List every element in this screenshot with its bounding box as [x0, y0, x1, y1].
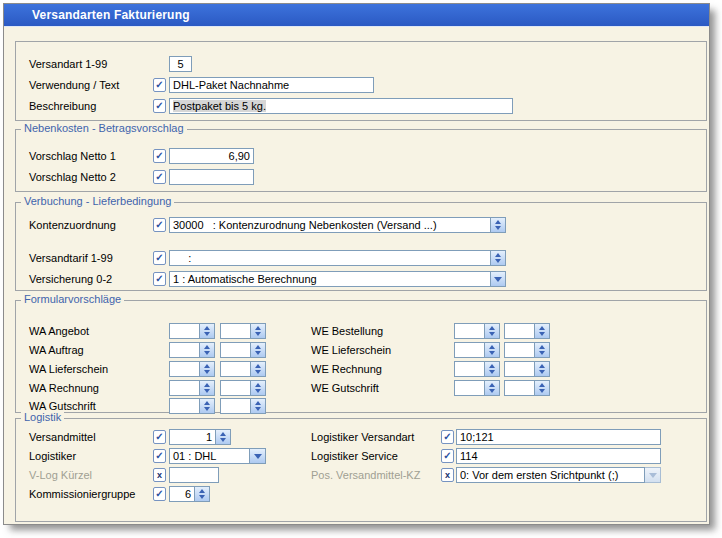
versandmittel-input[interactable]: 1 — [169, 429, 216, 445]
versicherung-checkbox[interactable]: ✓ — [153, 272, 166, 286]
wa-rechnung-spinner-1[interactable] — [200, 380, 215, 396]
wa-angebot-field-2[interactable] — [220, 323, 251, 339]
pos-versandmittel-kz-value: 0: Vor dem ersten Srichtpunkt (;) — [460, 469, 618, 481]
logistiker-versandart-value: 10;121 — [460, 431, 494, 443]
wa-auftrag-spinner-1[interactable] — [200, 342, 215, 358]
verwendung-value: DHL-Paket Nachnahme — [173, 79, 289, 91]
group-verbuchung-legend: Verbuchung - Lieferbedingung — [21, 195, 174, 207]
vlog-kuerzel-checkbox[interactable]: x — [153, 468, 166, 482]
wa-auftrag-label: WA Auftrag — [29, 344, 84, 357]
kommissioniergruppe-label: Kommissioniergruppe — [29, 488, 135, 501]
versandtarif-checkbox[interactable]: ✓ — [153, 251, 166, 265]
wa-auftrag-field-2[interactable] — [220, 342, 251, 358]
wa-gutschrift-spinner-1[interactable] — [200, 398, 215, 414]
wa-lieferschein-field-2[interactable] — [220, 361, 251, 377]
group-formularvorschlaege-legend: Formularvorschläge — [21, 293, 124, 305]
wa-gutschrift-spinner-2[interactable] — [251, 398, 266, 414]
netto1-input[interactable]: 6,90 — [169, 148, 254, 164]
verwendung-checkbox[interactable]: ✓ — [153, 78, 166, 92]
logistiker-service-checkbox[interactable]: ✓ — [441, 449, 454, 463]
we-bestellung-field-1[interactable] — [454, 323, 485, 339]
versandtarif-value: : — [173, 252, 191, 264]
versandmittel-checkbox[interactable]: ✓ — [153, 430, 166, 444]
we-lieferschein-spinner-2[interactable] — [535, 342, 550, 358]
vlog-kuerzel-label: V-Log Kürzel — [29, 469, 92, 482]
we-gutschrift-spinner-2[interactable] — [535, 380, 550, 396]
logistiker-versandart-checkbox[interactable]: ✓ — [441, 430, 454, 444]
wa-lieferschein-spinner-1[interactable] — [200, 361, 215, 377]
dialog-window: Versandarten Fakturierung Nebenkosten - … — [3, 3, 710, 525]
wa-gutschrift-field-2[interactable] — [220, 398, 251, 414]
logistiker-value: 01 : DHL — [173, 450, 216, 462]
we-rechnung-field-1[interactable] — [454, 361, 485, 377]
we-bestellung-spinner-1[interactable] — [485, 323, 500, 339]
netto2-label: Vorschlag Netto 2 — [29, 171, 116, 184]
wa-rechnung-field-2[interactable] — [220, 380, 251, 396]
netto2-checkbox[interactable]: ✓ — [153, 170, 166, 184]
logistiker-checkbox[interactable]: ✓ — [153, 449, 166, 463]
wa-angebot-label: WA Angebot — [29, 325, 89, 338]
we-rechnung-field-2[interactable] — [504, 361, 535, 377]
netto2-input[interactable] — [169, 169, 254, 185]
vlog-kuerzel-input[interactable] — [169, 467, 219, 483]
beschreibung-value: Postpaket bis 5 kg. — [173, 100, 266, 112]
kommissioniergruppe-checkbox[interactable]: ✓ — [153, 487, 166, 501]
kontenzuordnung-combo[interactable]: 30000 : Kontenzurodnung Nebenkosten (Ver… — [169, 217, 491, 233]
we-bestellung-field-2[interactable] — [504, 323, 535, 339]
wa-rechnung-field-1[interactable] — [169, 380, 200, 396]
wa-lieferschein-label: WA Lieferschein — [29, 363, 108, 376]
we-gutschrift-field-1[interactable] — [454, 380, 485, 396]
wa-lieferschein-spinner-2[interactable] — [251, 361, 266, 377]
kontenzuordnung-spinner-button[interactable] — [491, 217, 506, 233]
we-bestellung-spinner-2[interactable] — [535, 323, 550, 339]
we-lieferschein-field-1[interactable] — [454, 342, 485, 358]
kommissioniergruppe-spinner-button[interactable] — [195, 486, 210, 502]
versandmittel-label: Versandmittel — [29, 431, 96, 444]
versandtarif-spinner-button[interactable] — [491, 250, 506, 266]
wa-angebot-spinner-1[interactable] — [200, 323, 215, 339]
we-gutschrift-spinner-1[interactable] — [485, 380, 500, 396]
kontenzuordnung-checkbox[interactable]: ✓ — [153, 218, 166, 232]
versandmittel-spinner-button[interactable] — [216, 429, 231, 445]
wa-angebot-field-1[interactable] — [169, 323, 200, 339]
versicherung-label: Versicherung 0-2 — [29, 273, 112, 286]
versicherung-dropdown[interactable]: 1 : Automatische Berechnung — [169, 271, 491, 287]
pos-versandmittel-kz-checkbox[interactable]: x — [441, 468, 454, 482]
wa-rechnung-spinner-2[interactable] — [251, 380, 266, 396]
wa-rechnung-label: WA Rechnung — [29, 382, 99, 395]
wa-auftrag-spinner-2[interactable] — [251, 342, 266, 358]
wa-gutschrift-field-1[interactable] — [169, 398, 200, 414]
kontenzuordnung-label: Kontenzuordnung — [29, 219, 116, 232]
we-gutschrift-field-2[interactable] — [504, 380, 535, 396]
netto1-checkbox[interactable]: ✓ — [153, 149, 166, 163]
wa-lieferschein-field-1[interactable] — [169, 361, 200, 377]
beschreibung-label: Beschreibung — [29, 100, 96, 113]
versicherung-dropdown-button[interactable] — [491, 271, 506, 287]
versandart-input[interactable]: 5 — [169, 56, 192, 72]
kommissioniergruppe-input[interactable]: 6 — [169, 486, 195, 502]
group-nebenkosten: Nebenkosten - Betragsvorschlag — [15, 129, 707, 192]
netto1-value: 6,90 — [229, 150, 250, 162]
we-rechnung-spinner-2[interactable] — [535, 361, 550, 377]
versandart-value: 5 — [177, 58, 183, 70]
versicherung-value: 1 : Automatische Berechnung — [173, 273, 317, 285]
logistiker-dropdown-button[interactable] — [250, 448, 266, 464]
logistiker-service-input[interactable]: 114 — [456, 448, 661, 464]
we-lieferschein-spinner-1[interactable] — [485, 342, 500, 358]
logistiker-versandart-input[interactable]: 10;121 — [456, 429, 661, 445]
logistiker-dropdown[interactable]: 01 : DHL — [169, 448, 250, 464]
beschreibung-input[interactable]: Postpaket bis 5 kg. — [169, 98, 513, 114]
pos-versandmittel-kz-dropdown[interactable]: 0: Vor dem ersten Srichtpunkt (;) — [456, 467, 645, 483]
versandtarif-combo[interactable]: : — [169, 250, 491, 266]
title-bar: Versandarten Fakturierung — [4, 4, 709, 27]
window-title: Versandarten Fakturierung — [4, 8, 190, 22]
versandmittel-value: 1 — [206, 431, 212, 443]
we-rechnung-spinner-1[interactable] — [485, 361, 500, 377]
wa-auftrag-field-1[interactable] — [169, 342, 200, 358]
beschreibung-checkbox[interactable]: ✓ — [153, 99, 166, 113]
we-lieferschein-field-2[interactable] — [504, 342, 535, 358]
verwendung-input[interactable]: DHL-Paket Nachnahme — [169, 77, 374, 93]
wa-angebot-spinner-2[interactable] — [251, 323, 266, 339]
pos-versandmittel-kz-label: Pos. Versandmittel-KZ — [311, 469, 420, 482]
logistiker-service-label: Logistiker Service — [311, 450, 398, 463]
